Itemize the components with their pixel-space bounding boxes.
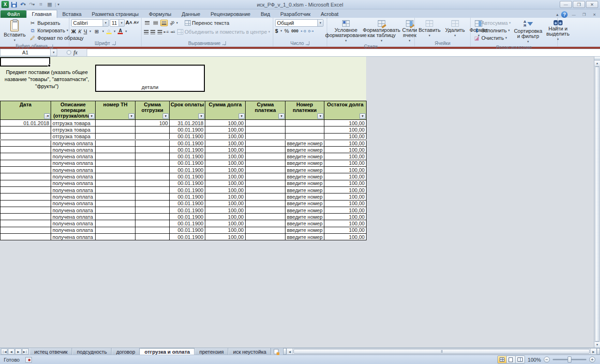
table-cell[interactable]: 100,00 — [324, 126, 367, 133]
horizontal-split-handle-right[interactable] — [597, 348, 600, 355]
table-cell[interactable]: 100,00 — [205, 180, 246, 186]
number-format-select[interactable]: Общий▾ — [275, 19, 323, 27]
macro-record-icon[interactable] — [25, 357, 32, 363]
ribbon-tab-2[interactable]: Вставка — [57, 10, 87, 18]
table-cell[interactable]: получена оплата — [51, 207, 96, 213]
table-cell[interactable] — [135, 126, 170, 133]
sort-filter-button[interactable]: АЯ Сортировка и фильтр ▾ — [513, 19, 544, 45]
table-cell[interactable]: 100,00 — [324, 147, 367, 153]
table-cell[interactable]: 00.01.1900 — [170, 220, 205, 227]
font-color-button[interactable]: А — [118, 29, 123, 34]
currency-caret-icon[interactable]: ▾ — [280, 29, 282, 33]
table-cell[interactable]: 100,00 — [205, 153, 246, 160]
sort-filter-dropdown-icon[interactable]: ↓▾ — [44, 113, 50, 119]
format-as-table-button[interactable]: Форматировать как таблицу ▾ — [364, 19, 399, 44]
orientation-button[interactable]: ab — [167, 18, 177, 28]
underline-caret-icon[interactable]: ▾ — [90, 30, 91, 33]
table-cell[interactable]: введите номер — [285, 234, 324, 240]
table-cell[interactable]: 100,00 — [205, 126, 246, 133]
table-cell[interactable]: 100,00 — [324, 200, 367, 207]
table-cell[interactable]: 100,00 — [205, 167, 246, 173]
table-cell[interactable] — [246, 120, 285, 126]
currency-button[interactable]: $ — [275, 28, 278, 34]
vertical-scroll-track[interactable] — [594, 67, 600, 342]
conditional-formatting-button[interactable]: Условное форматирование ▾ — [329, 19, 363, 44]
filter-dropdown-icon[interactable]: ▾ — [128, 113, 135, 119]
table-cell[interactable]: 100,00 — [205, 147, 246, 153]
wrap-text-button[interactable]: Перенос текста — [184, 19, 231, 27]
ribbon-tab-4[interactable]: Формулы — [144, 10, 177, 18]
percent-button[interactable]: % — [285, 28, 289, 34]
last-sheet-icon[interactable]: ▶❘ — [22, 349, 29, 355]
horizontal-split-handle-left[interactable] — [283, 348, 286, 355]
table-cell[interactable]: 100,00 — [205, 207, 246, 213]
fill-color-button[interactable]: ◌ — [106, 29, 112, 34]
restore-button[interactable]: ❐ — [573, 1, 585, 8]
filter-dropdown-icon[interactable]: ▾ — [163, 113, 169, 119]
table-cell[interactable]: 00.01.1900 — [170, 133, 205, 140]
table-cell[interactable] — [246, 147, 285, 153]
table-cell[interactable]: введите номер — [285, 186, 324, 193]
filter-dropdown-icon[interactable]: ▾ — [89, 113, 95, 119]
table-cell[interactable]: 100,00 — [205, 160, 246, 166]
table-cell[interactable]: введите номер — [285, 167, 324, 173]
table-cell[interactable] — [96, 234, 135, 240]
filter-dropdown-icon[interactable]: ▾ — [317, 113, 323, 119]
table-cell[interactable]: 100,00 — [205, 227, 246, 233]
sheet-tab-2[interactable]: договор — [112, 348, 140, 355]
table-cell[interactable]: 100,00 — [324, 180, 367, 186]
table-cell[interactable]: введите номер — [285, 147, 324, 153]
table-cell[interactable]: 00.01.1900 — [170, 126, 205, 133]
delete-cells-button[interactable]: Удалить ▾ — [443, 19, 467, 39]
insert-cells-button[interactable]: Вставить ▾ — [417, 19, 442, 39]
ribbon-tab-3[interactable]: Разметка страницы — [87, 10, 144, 18]
normal-view-button[interactable] — [498, 356, 507, 363]
filter-dropdown-icon[interactable]: ▾ — [360, 113, 366, 119]
table-cell[interactable]: получена оплата — [51, 173, 96, 180]
table-cell[interactable] — [0, 153, 51, 160]
table-cell[interactable] — [246, 167, 285, 173]
next-sheet-icon[interactable]: ▶ — [15, 349, 22, 355]
table-cell[interactable] — [246, 140, 285, 146]
borders-button[interactable]: ⊞ — [93, 28, 100, 35]
increase-decimal-button[interactable]: ⇠0 — [300, 29, 306, 33]
comma-style-button[interactable]: 000 — [291, 29, 298, 33]
table-cell[interactable] — [246, 186, 285, 193]
table-cell[interactable]: 100,00 — [324, 120, 367, 126]
table-cell[interactable]: 00.01.1900 — [170, 186, 205, 193]
ribbon-tab-1[interactable]: Главная — [26, 10, 57, 18]
table-cell[interactable] — [135, 173, 170, 180]
table-cell[interactable]: 01.01.2018 — [0, 120, 51, 126]
minimize-button[interactable]: — — [560, 1, 572, 8]
table-cell[interactable] — [0, 186, 51, 193]
align-middle-button[interactable] — [152, 20, 159, 26]
table-cell[interactable] — [246, 200, 285, 207]
table-cell[interactable]: 00.01.1900 — [170, 173, 205, 180]
table-cell[interactable] — [135, 193, 170, 200]
table-cell[interactable] — [285, 126, 324, 133]
table-cell[interactable]: введите номер — [285, 214, 324, 220]
workbook-restore-button[interactable]: ❐ — [580, 12, 588, 18]
ribbon-tab-0[interactable]: Файл — [0, 10, 26, 18]
align-top-button[interactable] — [143, 20, 151, 26]
table-cell[interactable]: 00.01.1900 — [170, 200, 205, 207]
table-cell[interactable] — [96, 126, 135, 133]
page-break-view-button[interactable] — [516, 356, 525, 363]
table-cell[interactable]: отгрузка товара — [51, 126, 96, 133]
ribbon-tab-8[interactable]: Разработчик — [275, 10, 315, 18]
table-cell[interactable] — [135, 234, 170, 240]
name-box[interactable]: A1 — [0, 49, 51, 56]
table-cell[interactable]: 100,00 — [324, 133, 367, 140]
table-cell[interactable]: получена оплата — [51, 220, 96, 227]
filter-dropdown-icon[interactable]: ▾ — [278, 113, 285, 119]
table-cell[interactable] — [135, 167, 170, 173]
table-cell[interactable]: 00.01.1900 — [170, 180, 205, 186]
table-cell[interactable] — [0, 200, 51, 207]
table-cell[interactable]: 100,00 — [205, 193, 246, 200]
table-cell[interactable] — [96, 147, 135, 153]
table-cell[interactable]: введите номер — [285, 180, 324, 186]
sheet-tab-0[interactable]: истец отвечик — [30, 348, 72, 355]
table-cell[interactable] — [135, 160, 170, 166]
align-bottom-button[interactable] — [160, 20, 168, 26]
formula-input[interactable] — [87, 49, 600, 56]
